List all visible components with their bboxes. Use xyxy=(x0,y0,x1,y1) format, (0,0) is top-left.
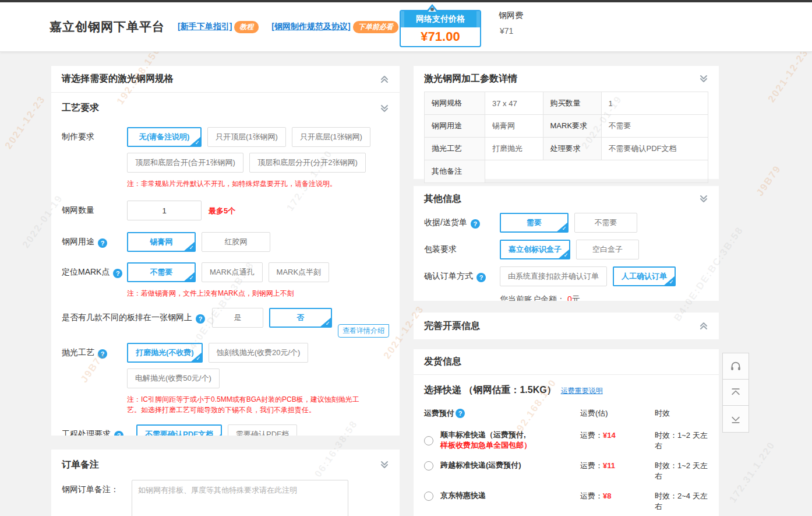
scroll-to-bottom-button[interactable] xyxy=(723,406,749,432)
headset-icon xyxy=(729,360,742,373)
param-key: 钢网规格 xyxy=(425,92,485,115)
shipping-panel: 发货信息 选择快递 （钢网估重：1.5KG） 运费重要说明 运费预付? 运费(估… xyxy=(414,349,719,516)
courier-time: 时效：1~2 天左右 xyxy=(655,430,708,451)
multi-option-no[interactable]: 否 xyxy=(269,308,332,328)
receipt-option-need[interactable]: 需要 xyxy=(500,213,569,233)
must-read-badge[interactable]: 下单前必看 xyxy=(353,21,398,33)
col-prepay-header: 运费预付 xyxy=(424,408,454,419)
stencil-spec-link[interactable]: [钢网制作规范及协议] xyxy=(271,22,350,32)
polish-option-grind[interactable]: 打磨抛光(不收费) xyxy=(127,343,203,363)
mark-label: 定位MARK点 xyxy=(62,267,110,276)
usage-option-solder[interactable]: 锡膏网 xyxy=(127,232,196,252)
table-row: 钢网规格 37 x 47 购买数量 1 xyxy=(425,92,708,115)
qty-input[interactable] xyxy=(127,201,202,220)
stencil-remark-textarea[interactable] xyxy=(132,480,348,516)
balance-value: 0 xyxy=(567,294,572,301)
mark-option-none[interactable]: 不需要 xyxy=(127,262,196,282)
usage-option-redglue[interactable]: 红胶网 xyxy=(202,232,270,252)
make-requirement-note: 注：非常规贴片元件默认不开孔，如特殊焊盘要开孔，请备注说明。 xyxy=(51,173,400,189)
courier-name: 顺丰标准快递（运费预付, xyxy=(440,430,580,440)
make-option-none[interactable]: 无(请备注说明) xyxy=(127,127,202,147)
receipt-option-no-need[interactable]: 不需要 xyxy=(574,213,637,233)
usage-help-icon[interactable]: ? xyxy=(98,238,107,248)
courier-radio[interactable] xyxy=(424,492,433,501)
online-price-badge: 网络支付价格 ¥71.00 xyxy=(400,10,481,47)
courier-time: 时效：2~4 天左右 xyxy=(655,490,708,512)
page-title: 嘉立创钢网下单平台 xyxy=(50,19,165,35)
table-row: 抛光工艺 打磨抛光 处理要求 不需要确认PDF文档 xyxy=(425,138,708,160)
confirm-help-icon[interactable]: ? xyxy=(476,273,486,282)
newbie-guide-link[interactable]: [新手下单指引] xyxy=(178,22,232,32)
multi-board-help-icon[interactable]: ? xyxy=(196,314,205,324)
customer-service-button[interactable] xyxy=(723,353,749,380)
make-option-separate[interactable]: 顶层和底层分开(分开2张钢网) xyxy=(249,153,366,173)
pdf-option-no-confirm[interactable]: 不需要确认PDF文档 xyxy=(136,424,222,436)
collapse-up-icon[interactable] xyxy=(380,75,389,84)
spec-panel: 请选择需要的激光钢网规格 工艺要求 制作要求 无(请备注说明) 只开顶层(1张钢… xyxy=(51,66,400,436)
param-value: 37 x 47 xyxy=(485,92,543,115)
pdf-option-confirm[interactable]: 需要确认PDF档 xyxy=(228,424,297,436)
price-label: 网络支付价格 xyxy=(401,11,480,27)
courier-radio[interactable] xyxy=(424,461,433,471)
multi-option-yes[interactable]: 是 xyxy=(212,308,263,328)
pdf-confirm-label: 工程处理要求 xyxy=(62,429,111,436)
table-row: 钢网用途 锡膏网 MARK要求 不需要 xyxy=(425,115,708,138)
collapse-down-icon[interactable] xyxy=(380,104,389,113)
mark-option-through[interactable]: MARK点通孔 xyxy=(202,262,263,282)
make-option-combined[interactable]: 顶层和底层合开(合开1张钢网) xyxy=(127,153,243,173)
confirm-option-manual[interactable]: 人工确认订单 xyxy=(613,266,676,286)
make-option-top-only[interactable]: 只开顶层(1张钢网) xyxy=(207,127,286,147)
express-select-title: 选择快递 （钢网估重：1.5KG） xyxy=(424,384,556,396)
param-key: 购买数量 xyxy=(543,92,601,115)
balance-label: 您当前账户余额： xyxy=(500,294,565,301)
courier-name: 跨越标准快递(运费预付) xyxy=(440,460,580,471)
fee-prefix: 运费： xyxy=(580,461,603,470)
collapse-up-icon[interactable] xyxy=(699,321,708,331)
prepay-help-icon[interactable]: ? xyxy=(456,409,465,418)
confirm-option-auto[interactable]: 由系统直接扣款并确认订单 xyxy=(500,266,607,286)
param-value: 打磨抛光 xyxy=(485,138,543,160)
param-value: 不需要确认PDF文档 xyxy=(601,138,708,160)
multi-board-label: 是否有几款不同的板排在一张钢网上 xyxy=(62,313,192,322)
view-detail-tag[interactable]: 查看详情介绍 xyxy=(338,324,389,338)
collapse-down-icon[interactable] xyxy=(699,74,708,83)
param-key: 抛光工艺 xyxy=(425,138,485,160)
collapse-down-icon[interactable] xyxy=(699,194,708,203)
fee-value: ¥8 xyxy=(603,492,611,500)
polish-help-icon[interactable]: ? xyxy=(98,349,107,359)
price-value: ¥71.00 xyxy=(401,27,480,46)
packing-option-jlc-box[interactable]: 嘉立创标识盒子 xyxy=(500,240,570,259)
invoice-title: 完善开票信息 xyxy=(424,320,480,332)
order-remark-panel: 订单备注 钢网订单备注： xyxy=(51,450,400,516)
scroll-to-top-button[interactable] xyxy=(723,380,749,406)
param-key: 处理要求 xyxy=(543,138,601,160)
col-time-header: 时效 xyxy=(655,408,708,419)
freight-notice-link[interactable]: 运费重要说明 xyxy=(561,386,603,396)
collapse-down-icon[interactable] xyxy=(380,460,389,469)
courier-row-ky: 跨越标准快递(运费预付) 运费：¥11 时效：1~2 天左右 xyxy=(424,460,708,482)
polish-option-etch[interactable]: 蚀刻线抛光(收费20元/个) xyxy=(209,343,309,363)
params-table: 钢网规格 37 x 47 购买数量 1 钢网用途 锡膏网 MARK要求 不需要 … xyxy=(424,92,708,183)
polish-option-electro[interactable]: 电解抛光(收费50元/个) xyxy=(127,368,220,388)
pdf-help-icon[interactable]: ? xyxy=(114,431,123,436)
courier-name-note: 样板收费加急单全国包邮） xyxy=(440,440,580,451)
page-header: 嘉立创钢网下单平台 [新手下单指引] 教程 [钢网制作规范及协议] 下单前必看 … xyxy=(0,2,812,52)
polish-note: 注：IC引脚间距等于或小于0.5MM或有BGA封装的PCB板，建议蚀刻抛光工艺。… xyxy=(51,388,377,415)
fee-value: ¥11 xyxy=(603,461,615,470)
balance-unit: 元 xyxy=(572,294,580,301)
polish-label: 抛光工艺 xyxy=(62,347,94,357)
courier-radio[interactable] xyxy=(424,436,433,445)
tutorial-badge[interactable]: 教程 xyxy=(234,21,259,33)
courier-name: 京东特惠快递 xyxy=(440,490,580,501)
main-content: 请选择需要的激光钢网规格 工艺要求 制作要求 无(请备注说明) 只开顶层(1张钢… xyxy=(0,52,812,516)
receipt-help-icon[interactable]: ? xyxy=(471,219,480,229)
mark-option-half[interactable]: MARK点半刻 xyxy=(269,262,330,282)
mark-help-icon[interactable]: ? xyxy=(113,269,122,278)
fee-value: ¥14 xyxy=(603,431,616,440)
stencil-fee-value: ¥71 xyxy=(499,26,523,36)
packing-option-blank-box[interactable]: 空白盒子 xyxy=(576,240,639,259)
fee-prefix: 运费： xyxy=(580,492,603,500)
make-option-bottom-only[interactable]: 只开底层(1张钢网) xyxy=(292,127,370,147)
invoice-panel: 完善开票信息 xyxy=(414,313,719,339)
params-panel-title: 激光钢网加工参数详情 xyxy=(424,73,517,85)
